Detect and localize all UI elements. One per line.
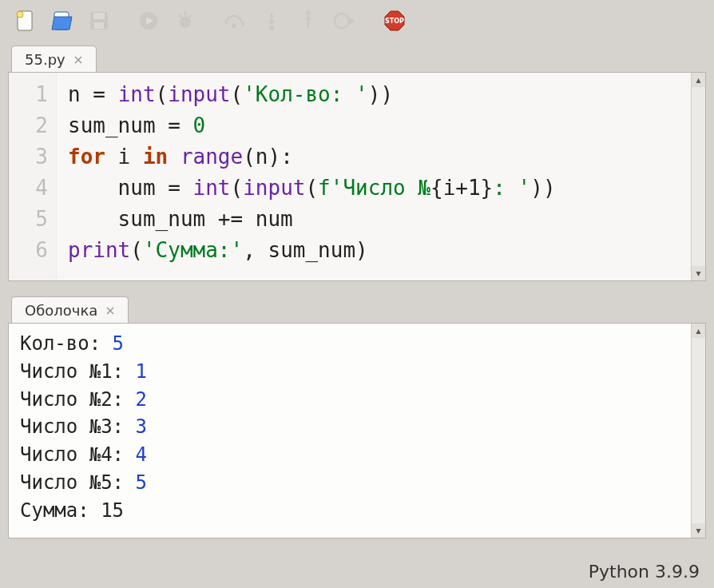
code-token: int (118, 82, 156, 106)
code-token: : ' (493, 176, 530, 200)
code-token: in (143, 145, 168, 169)
svg-rect-5 (94, 22, 104, 29)
code-token: input (168, 82, 230, 106)
shell-line: Число №5: 5 (20, 469, 694, 497)
svg-marker-12 (242, 21, 245, 27)
shell-scrollbar[interactable]: ▴ ▾ (691, 324, 705, 538)
code-token: ( (231, 176, 244, 200)
svg-marker-14 (268, 21, 275, 26)
tab-file[interactable]: 55.py (11, 46, 97, 73)
svg-point-18 (335, 14, 349, 28)
code-token: sum_num = (68, 113, 193, 137)
svg-rect-4 (93, 13, 105, 19)
shell-line: Сумма: 15 (20, 497, 694, 525)
line-number: 4 (15, 173, 48, 204)
code-token: sum_num += num (68, 207, 293, 231)
code-token: )) (530, 176, 555, 200)
code-line[interactable]: sum_num += num (68, 204, 556, 235)
shell-user-input: 3 (136, 415, 147, 438)
code-line[interactable]: for i in range(n): (68, 141, 556, 173)
code-line[interactable]: print('Сумма:', sum_num) (68, 235, 556, 266)
line-number: 1 (15, 79, 48, 110)
step-out-button (294, 6, 323, 35)
code-editor[interactable]: n = int(input('Кол-во: '))sum_num = 0for… (57, 73, 562, 280)
shell-text: Число №5: (20, 471, 136, 494)
shell-line: Число №3: 3 (20, 413, 694, 441)
svg-marker-16 (305, 15, 311, 20)
code-token: print (68, 238, 130, 262)
code-token: 'Кол-во: ' (243, 82, 368, 106)
shell-user-input: 2 (136, 388, 147, 411)
toolbar: STOP (0, 0, 714, 40)
shell-line: Число №4: 4 (20, 441, 694, 469)
bug-icon (174, 10, 196, 32)
line-number: 5 (15, 204, 48, 235)
shell-text: Число №3: (20, 415, 136, 438)
scroll-down-icon[interactable]: ▾ (692, 266, 705, 280)
open-file-button[interactable] (48, 6, 77, 35)
shell-line: Число №1: 1 (20, 358, 694, 386)
editor-tabbar: 55.py (0, 42, 714, 72)
code-line[interactable]: num = int(input(f'Число №{i+1}: ')) (68, 173, 556, 204)
code-line[interactable]: n = int(input('Кол-во: ')) (68, 79, 556, 110)
code-token: range (180, 145, 243, 169)
new-file-icon (14, 9, 37, 33)
play-icon (138, 10, 159, 31)
svg-line-10 (179, 14, 182, 18)
code-token: (n): (243, 145, 293, 169)
open-file-icon (50, 9, 74, 33)
shell-line: Кол-во: 5 (20, 330, 694, 358)
shell-text: Число №1: (20, 360, 136, 383)
line-number: 6 (15, 235, 48, 266)
code-token: f'Число № (318, 176, 430, 200)
code-token: input (243, 176, 305, 200)
step-in-button (257, 6, 286, 35)
stop-icon: STOP (383, 9, 407, 33)
svg-point-13 (232, 23, 236, 28)
svg-point-17 (306, 10, 311, 15)
resume-button (331, 6, 359, 35)
code-token: {i+1} (430, 176, 493, 200)
close-tab-icon[interactable] (105, 306, 115, 316)
scroll-up-icon[interactable]: ▴ (692, 324, 705, 338)
code-token: ( (231, 82, 244, 106)
shell-output[interactable]: Кол-во: 5Число №1: 1Число №2: 2Число №3:… (9, 324, 705, 531)
svg-text:STOP: STOP (385, 18, 404, 25)
code-token: , sum_num) (243, 238, 368, 262)
shell-text: Число №4: (20, 443, 136, 466)
scroll-up-icon[interactable]: ▴ (692, 73, 705, 87)
shell-user-input: 5 (113, 332, 124, 355)
close-tab-icon[interactable] (73, 55, 83, 65)
shell-text: Кол-во: (20, 332, 113, 355)
stop-button[interactable]: STOP (380, 6, 409, 35)
code-token: 'Сумма:' (143, 238, 243, 262)
shell-text: Число №2: (20, 388, 136, 411)
code-token: num = (68, 176, 193, 200)
save-button (85, 6, 113, 35)
tab-shell[interactable]: Оболочка (11, 296, 129, 324)
code-token: ( (305, 176, 318, 200)
shell-tabbar: Оболочка (0, 292, 714, 323)
status-bar: Python 3.9.9 (589, 562, 700, 582)
svg-point-1 (17, 11, 23, 18)
step-over-button (220, 6, 249, 35)
scroll-down-icon[interactable]: ▾ (692, 523, 705, 538)
code-token: 0 (193, 113, 206, 137)
line-gutter: 123456 (9, 73, 57, 280)
new-file-button[interactable] (11, 6, 40, 35)
step-in-icon (261, 10, 282, 31)
editor-scrollbar[interactable]: ▴ ▾ (691, 73, 705, 280)
shell-user-input: 4 (136, 443, 147, 466)
line-number: 2 (15, 110, 48, 141)
code-token: ( (130, 238, 143, 262)
resume-icon (334, 10, 356, 31)
svg-line-11 (188, 14, 192, 18)
shell-line: Число №2: 2 (20, 386, 694, 414)
debug-button (171, 6, 200, 35)
shell-text: Сумма: 15 (20, 499, 124, 522)
code-line[interactable]: sum_num = 0 (68, 110, 556, 141)
shell-user-input: 5 (136, 471, 147, 494)
editor-pane: 123456 n = int(input('Кол-во: '))sum_num… (8, 72, 706, 281)
code-token: ( (156, 82, 169, 106)
code-token (168, 145, 180, 169)
